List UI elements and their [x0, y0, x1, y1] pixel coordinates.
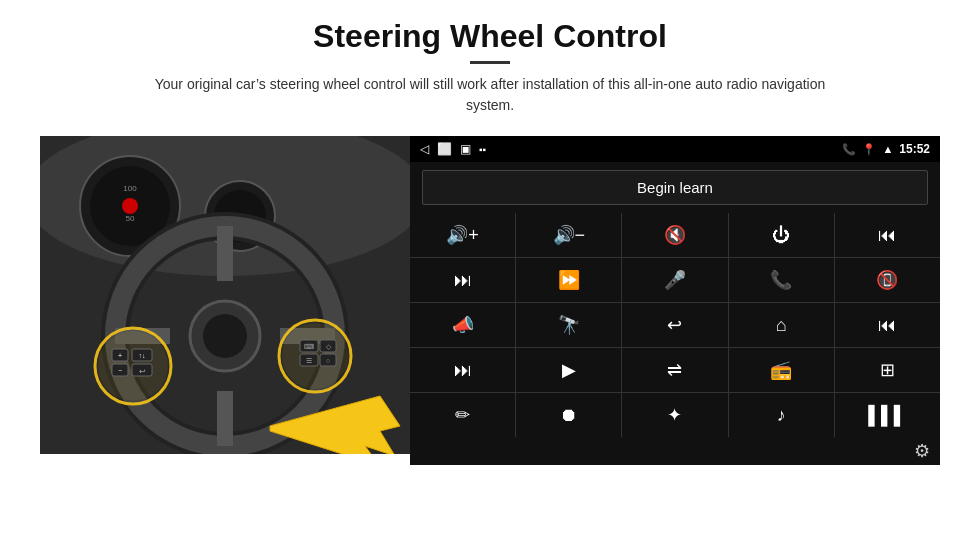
svg-text:⌨: ⌨ [304, 343, 314, 350]
hang-up-icon[interactable]: 📵 [835, 258, 940, 302]
fast-fwd-icon[interactable]: ⏩ [516, 258, 621, 302]
vol-down-icon[interactable]: 🔊− [516, 213, 621, 257]
icon-grid: 🔊+🔊−🔇⏻⏮⏭⏩🎤📞📵📣🔭↩⌂⏮⏭▶⇌📻⊞✏⏺✦♪▌▌▌ [410, 213, 940, 437]
announce-icon[interactable]: 📣 [410, 303, 515, 347]
ff-icon[interactable]: ⏭ [410, 348, 515, 392]
home-nav-icon[interactable]: ⬜ [437, 142, 452, 156]
svg-text:50: 50 [126, 214, 135, 223]
page-container: Steering Wheel Control Your original car… [0, 0, 980, 544]
android-panel: ◁ ⬜ ▣ ▪▪ 📞 📍 ▲ 15:52 Begin learn 🔊+🔊−🔇⏻⏮ [410, 136, 940, 454]
page-title: Steering Wheel Control [140, 18, 840, 55]
music-icon[interactable]: ♪ [729, 393, 834, 437]
prev-track-icon[interactable]: ⏮ [835, 213, 940, 257]
svg-text:☰: ☰ [306, 357, 312, 364]
content-row: 100 50 [40, 136, 940, 454]
edit-icon[interactable]: ✏ [410, 393, 515, 437]
begin-learn-button[interactable]: Begin learn [422, 170, 928, 205]
svg-text:+: + [118, 352, 122, 359]
signal-icon: ▪▪ [479, 144, 486, 155]
clock-display: 15:52 [899, 142, 930, 156]
location-status-icon: 📍 [862, 143, 876, 156]
wifi-status-icon: ▲ [882, 143, 893, 155]
subtitle: Your original car’s steering wheel contr… [140, 74, 840, 116]
title-section: Steering Wheel Control Your original car… [140, 18, 840, 130]
swap-icon[interactable]: ⇌ [622, 348, 727, 392]
bt-icon[interactable]: ✦ [622, 393, 727, 437]
settings-gear-icon[interactable]: ⚙ [914, 440, 930, 462]
view360-icon[interactable]: 🔭 [516, 303, 621, 347]
mute-icon[interactable]: 🔇 [622, 213, 727, 257]
spectrum-icon[interactable]: ▌▌▌ [835, 393, 940, 437]
status-bar: ◁ ⬜ ▣ ▪▪ 📞 📍 ▲ 15:52 [410, 136, 940, 162]
recents-nav-icon[interactable]: ▣ [460, 142, 471, 156]
back-icon[interactable]: ↩ [622, 303, 727, 347]
prev2-icon[interactable]: ⏮ [835, 303, 940, 347]
mic-icon[interactable]: 🎤 [622, 258, 727, 302]
steering-wheel-panel: 100 50 [40, 136, 410, 454]
home-icon[interactable]: ⌂ [729, 303, 834, 347]
title-divider [470, 61, 510, 64]
svg-text:○: ○ [326, 357, 330, 364]
svg-point-16 [203, 314, 247, 358]
power-icon[interactable]: ⏻ [729, 213, 834, 257]
phone-status-icon: 📞 [842, 143, 856, 156]
svg-text:−: − [118, 367, 122, 374]
nav-icon[interactable]: ▶ [516, 348, 621, 392]
back-nav-icon[interactable]: ◁ [420, 142, 429, 156]
settings-row: ⚙ [410, 437, 940, 465]
svg-text:100: 100 [123, 184, 137, 193]
rec-icon[interactable]: ⏺ [516, 393, 621, 437]
steering-wheel-image: 100 50 [40, 136, 410, 454]
radio-icon[interactable]: 📻 [729, 348, 834, 392]
svg-text:↑↓: ↑↓ [139, 352, 146, 359]
svg-text:↩: ↩ [139, 367, 146, 376]
begin-learn-row: Begin learn [410, 162, 940, 213]
status-bar-right: 📞 📍 ▲ 15:52 [842, 142, 930, 156]
vol-up-icon[interactable]: 🔊+ [410, 213, 515, 257]
status-bar-left: ◁ ⬜ ▣ ▪▪ [420, 142, 486, 156]
eq-icon[interactable]: ⊞ [835, 348, 940, 392]
phone-icon[interactable]: 📞 [729, 258, 834, 302]
next-icon[interactable]: ⏭ [410, 258, 515, 302]
svg-point-6 [122, 198, 138, 214]
